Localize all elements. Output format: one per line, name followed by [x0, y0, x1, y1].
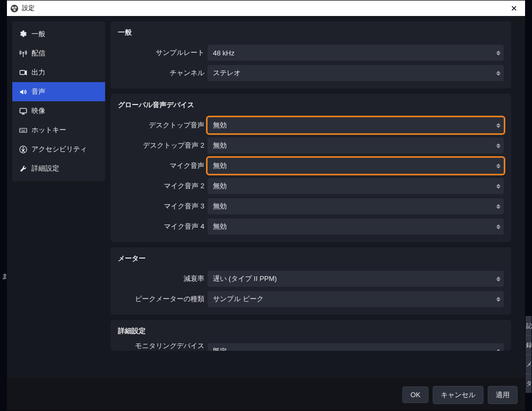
- monitor-icon: [19, 107, 27, 115]
- svg-point-18: [22, 147, 23, 148]
- select-sample-rate[interactable]: 48 kHz: [208, 45, 504, 61]
- svg-rect-11: [19, 128, 26, 132]
- spinner-icon: [494, 272, 503, 286]
- panel-title: 一般: [118, 28, 504, 37]
- select-value: 遅い (タイプ II PPM): [213, 274, 277, 284]
- label-decay-rate: 減衰率: [118, 274, 208, 284]
- antenna-icon: [19, 49, 27, 58]
- bg-peek-cell: 録: [525, 335, 531, 354]
- apply-button[interactable]: 適用: [488, 386, 518, 404]
- select-value: 無効: [213, 202, 227, 211]
- sidebar-item-output[interactable]: 出力: [12, 63, 105, 82]
- spinner-icon: [494, 292, 503, 306]
- keyboard-icon: [19, 126, 27, 134]
- svg-point-3: [14, 6, 17, 9]
- titlebar: 設定 ✕: [7, 1, 525, 16]
- accessibility-icon: [19, 145, 27, 154]
- panel-global-audio-devices: グローバル音声デバイス デスクトップ音声 無効 デスクトップ音声 2: [110, 94, 511, 242]
- panel-title: 詳細設定: [118, 326, 504, 336]
- label-channels: チャンネル: [118, 68, 208, 78]
- sidebar-item-label: 出力: [31, 68, 45, 77]
- label-mic-audio: マイク音声: [118, 161, 208, 171]
- bg-peek-cell: メ: [525, 354, 531, 374]
- label-desktop-audio: デスクトップ音声: [118, 120, 208, 130]
- background-window-peek: 記 録 メ タ: [525, 0, 532, 411]
- panel-title: メーター: [118, 254, 504, 263]
- spinner-icon: [494, 66, 503, 80]
- spinner-icon: [494, 46, 503, 60]
- svg-rect-7: [20, 70, 25, 75]
- label-mic-audio-2: マイク音声 2: [118, 181, 208, 191]
- select-value: 48 kHz: [213, 49, 234, 57]
- output-icon: [19, 68, 27, 77]
- tools-icon: [19, 164, 27, 173]
- select-value: 無効: [213, 181, 227, 191]
- sidebar-item-advanced[interactable]: 詳細設定: [12, 159, 105, 178]
- spinner-icon: [494, 199, 503, 213]
- label-mic-audio-4: マイク音声 4: [118, 222, 208, 231]
- dialog-footer: OK キャンセル 適用: [7, 378, 525, 410]
- spinner-icon: [494, 139, 503, 152]
- sidebar-item-general[interactable]: 一般: [12, 25, 105, 44]
- panel-advanced: 詳細設定 モニタリングデバイス 既定: [110, 320, 511, 351]
- settings-panels[interactable]: 一般 サンプルレート 48 kHz チャンネル: [110, 21, 519, 355]
- select-desktop-audio[interactable]: 無効: [208, 117, 504, 133]
- sidebar-item-label: アクセシビリティ: [31, 144, 87, 154]
- select-peak-type[interactable]: サンプル ピーク: [208, 291, 504, 307]
- speaker-icon: [19, 87, 27, 96]
- sidebar-item-label: 音声: [31, 87, 45, 96]
- sidebar-item-stream[interactable]: 配信: [12, 44, 105, 63]
- select-decay-rate[interactable]: 遅い (タイプ II PPM): [208, 271, 504, 287]
- select-value: 既定: [213, 346, 227, 351]
- select-value: 無効: [213, 222, 227, 231]
- svg-point-2: [12, 6, 14, 9]
- spinner-icon: [494, 179, 503, 193]
- label-monitoring-device: モニタリングデバイス: [118, 343, 208, 349]
- spinner-icon: [494, 220, 503, 233]
- select-desktop-audio-2[interactable]: 無効: [208, 138, 504, 154]
- svg-point-5: [22, 52, 24, 53]
- select-mic-audio[interactable]: 無効: [208, 158, 504, 174]
- bg-peek-cell: タ: [525, 374, 531, 393]
- app-icon: [10, 4, 19, 13]
- gear-icon: [19, 30, 27, 38]
- label-peak-type: ピークメーターの種類: [118, 294, 208, 304]
- ok-button[interactable]: OK: [402, 386, 428, 403]
- bg-peek-cell: 記: [525, 316, 531, 335]
- select-mic-audio-4[interactable]: 無効: [208, 219, 504, 235]
- select-value: 無効: [213, 120, 227, 130]
- close-button[interactable]: ✕: [507, 4, 521, 13]
- svg-point-4: [13, 9, 15, 11]
- label-desktop-audio-2: デスクトップ音声 2: [118, 141, 208, 150]
- select-mic-audio-3[interactable]: 無効: [208, 198, 504, 214]
- panel-title: グローバル音声デバイス: [118, 100, 504, 110]
- sidebar-item-label: 一般: [31, 29, 45, 39]
- sidebar-item-label: ホットキー: [31, 125, 66, 135]
- sidebar-item-audio[interactable]: 音声: [12, 82, 105, 101]
- label-sample-rate: サンプルレート: [118, 48, 208, 58]
- sidebar-item-label: 配信: [31, 49, 45, 58]
- label-mic-audio-3: マイク音声 3: [118, 202, 208, 211]
- select-monitoring-device[interactable]: 既定: [208, 343, 504, 351]
- sidebar-item-label: 映像: [31, 106, 45, 116]
- sidebar-item-hotkeys[interactable]: ホットキー: [12, 120, 105, 140]
- spinner-icon: [494, 159, 503, 173]
- select-value: サンプル ピーク: [213, 294, 264, 304]
- select-channels[interactable]: ステレオ: [208, 65, 504, 81]
- spinner-icon: [494, 118, 503, 132]
- panel-meter: メーター 減衰率 遅い (タイプ II PPM) ピークメーターの種類: [110, 247, 511, 315]
- spinner-icon: [494, 344, 503, 351]
- select-mic-audio-2[interactable]: 無効: [208, 178, 504, 194]
- sidebar-item-accessibility[interactable]: アクセシビリティ: [12, 140, 105, 159]
- panel-audio-general: 一般 サンプルレート 48 kHz チャンネル: [110, 21, 511, 88]
- sidebar-item-label: 詳細設定: [31, 164, 59, 173]
- cancel-button[interactable]: キャンセル: [433, 386, 483, 404]
- settings-dialog: 設定 ✕ 一般 配信 出力: [6, 0, 526, 411]
- sidebar: 一般 配信 出力 音声: [12, 21, 105, 181]
- select-value: ステレオ: [213, 68, 241, 78]
- select-value: 無効: [213, 161, 227, 171]
- sidebar-item-video[interactable]: 映像: [12, 101, 105, 120]
- window-title: 設定: [22, 4, 35, 13]
- select-value: 無効: [213, 141, 227, 150]
- svg-rect-8: [20, 108, 26, 112]
